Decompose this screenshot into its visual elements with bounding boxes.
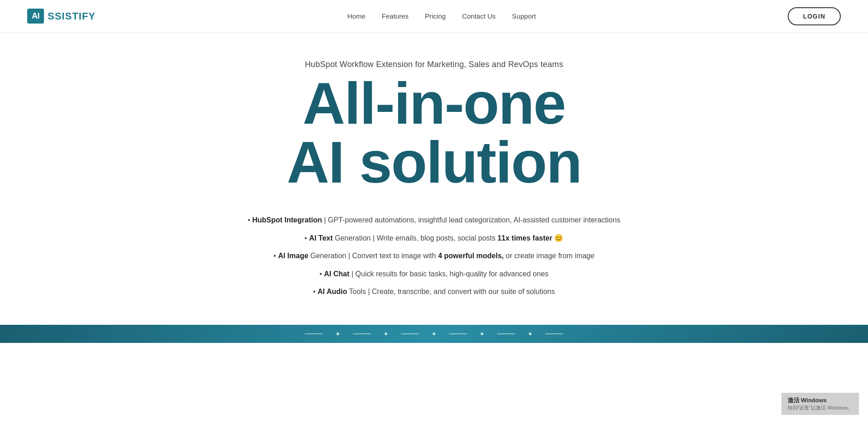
strip-dot-5: [529, 332, 532, 335]
login-button[interactable]: LOGIN: [788, 7, 841, 25]
feature-prefix-3: •: [273, 252, 278, 260]
nav-item-home[interactable]: Home: [347, 12, 366, 20]
nav-item-features[interactable]: Features: [382, 12, 409, 20]
strip-line-6: [545, 333, 563, 334]
navbar: AI SSISTIFY Home Features Pricing Contac…: [0, 0, 868, 33]
strip-dot-1: [336, 332, 339, 335]
nav-item-pricing[interactable]: Pricing: [425, 12, 446, 20]
strip-decoration: [305, 332, 563, 335]
feature-text-hubspot: GPT-powered automations, insightful lead…: [328, 216, 620, 224]
hero-title-line1: All-in-one: [287, 74, 581, 133]
nav-link-pricing[interactable]: Pricing: [425, 12, 446, 20]
logo-link[interactable]: AI SSISTIFY: [27, 9, 96, 24]
nav-link-support[interactable]: Support: [512, 12, 536, 20]
nav-link-contact[interactable]: Contact Us: [462, 12, 496, 20]
feature-ai-audio: • AI Audio Tools | Create, transcribe, a…: [313, 286, 555, 298]
bottom-strip: [0, 325, 868, 343]
strip-dot-4: [481, 332, 483, 335]
feature-prefix-1: •: [248, 216, 252, 224]
feature-sep-3: Generation | Convert text to image with: [310, 252, 438, 260]
feature-sep-1: |: [324, 216, 328, 224]
strip-line-1: [305, 333, 323, 334]
feature-bold-ai-audio: AI Audio: [317, 288, 347, 295]
nav-link-home[interactable]: Home: [347, 12, 366, 20]
feature-ai-image: • AI Image Generation | Convert text to …: [273, 250, 595, 262]
feature-prefix-5: •: [313, 288, 317, 295]
feature-bold-ai-chat: AI Chat: [324, 270, 350, 278]
logo-box: AI: [27, 9, 44, 24]
feature-bold-faster: 11x times faster: [497, 234, 552, 242]
strip-line-5: [497, 333, 515, 334]
hero-features: • HubSpot Integration | GPT-powered auto…: [248, 214, 620, 298]
feature-bold-hubspot: HubSpot Integration: [252, 216, 322, 224]
feature-prefix-2: •: [305, 234, 309, 242]
hero-title: All-in-one AI solution: [287, 74, 581, 205]
feature-sep-2: Generation | Write emails, blog posts, s…: [335, 234, 497, 242]
feature-hubspot: • HubSpot Integration | GPT-powered auto…: [248, 214, 620, 226]
nav-link-features[interactable]: Features: [382, 12, 409, 20]
strip-dot-2: [385, 332, 387, 335]
nav-links: Home Features Pricing Contact Us Support: [347, 12, 536, 20]
feature-bold-ai-text: AI Text: [309, 234, 333, 242]
feature-bold-ai-image: AI Image: [278, 252, 308, 260]
nav-item-contact[interactable]: Contact Us: [462, 12, 496, 20]
feature-sep-4: | Quick results for basic tasks, high-qu…: [351, 270, 549, 278]
strip-line-4: [449, 333, 467, 334]
hero-title-line2: AI solution: [287, 133, 581, 192]
strip-dot-3: [433, 332, 435, 335]
feature-ai-text: • AI Text Generation | Write emails, blo…: [305, 232, 564, 244]
strip-line-3: [401, 333, 419, 334]
feature-text-image: or create image from image: [506, 252, 595, 260]
logo-text: SSISTIFY: [48, 10, 96, 22]
strip-line-2: [353, 333, 371, 334]
feature-sep-5: Tools | Create, transcribe, and convert …: [349, 288, 555, 295]
feature-prefix-4: •: [319, 270, 324, 278]
nav-item-support[interactable]: Support: [512, 12, 536, 20]
hero-subtitle: HubSpot Workflow Extension for Marketing…: [305, 60, 563, 69]
hero-section: HubSpot Workflow Extension for Marketing…: [0, 33, 868, 316]
feature-ai-chat: • AI Chat | Quick results for basic task…: [319, 268, 548, 280]
feature-bold-models: 4 powerful models,: [438, 252, 504, 260]
feature-emoji-2: 😊: [554, 234, 563, 242]
